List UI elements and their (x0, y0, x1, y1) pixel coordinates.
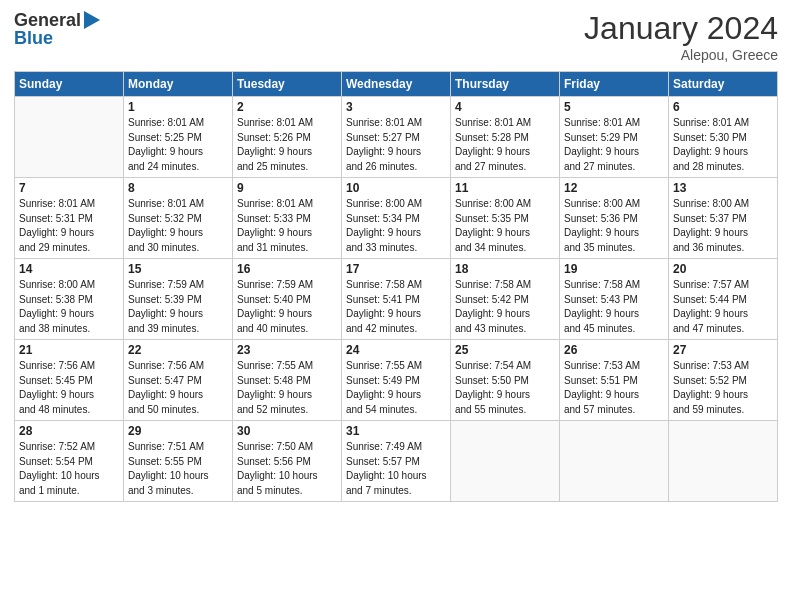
weekday-header: Thursday (451, 72, 560, 97)
day-number: 21 (19, 343, 119, 357)
calendar-cell: 15Sunrise: 7:59 AMSunset: 5:39 PMDayligh… (124, 259, 233, 340)
day-info: Sunrise: 7:55 AMSunset: 5:49 PMDaylight:… (346, 359, 446, 417)
calendar-cell: 30Sunrise: 7:50 AMSunset: 5:56 PMDayligh… (233, 421, 342, 502)
logo-blue: Blue (14, 28, 53, 49)
day-number: 11 (455, 181, 555, 195)
calendar-cell: 18Sunrise: 7:58 AMSunset: 5:42 PMDayligh… (451, 259, 560, 340)
day-info: Sunrise: 7:53 AMSunset: 5:52 PMDaylight:… (673, 359, 773, 417)
weekday-header: Friday (560, 72, 669, 97)
calendar-cell: 24Sunrise: 7:55 AMSunset: 5:49 PMDayligh… (342, 340, 451, 421)
calendar-cell: 11Sunrise: 8:00 AMSunset: 5:35 PMDayligh… (451, 178, 560, 259)
calendar-cell: 25Sunrise: 7:54 AMSunset: 5:50 PMDayligh… (451, 340, 560, 421)
day-info: Sunrise: 8:00 AMSunset: 5:38 PMDaylight:… (19, 278, 119, 336)
day-info: Sunrise: 7:58 AMSunset: 5:42 PMDaylight:… (455, 278, 555, 336)
calendar-cell: 22Sunrise: 7:56 AMSunset: 5:47 PMDayligh… (124, 340, 233, 421)
week-row: 28Sunrise: 7:52 AMSunset: 5:54 PMDayligh… (15, 421, 778, 502)
day-info: Sunrise: 7:59 AMSunset: 5:40 PMDaylight:… (237, 278, 337, 336)
day-number: 16 (237, 262, 337, 276)
day-info: Sunrise: 7:49 AMSunset: 5:57 PMDaylight:… (346, 440, 446, 498)
calendar-cell: 3Sunrise: 8:01 AMSunset: 5:27 PMDaylight… (342, 97, 451, 178)
calendar-cell: 4Sunrise: 8:01 AMSunset: 5:28 PMDaylight… (451, 97, 560, 178)
location: Alepou, Greece (584, 47, 778, 63)
day-info: Sunrise: 7:55 AMSunset: 5:48 PMDaylight:… (237, 359, 337, 417)
calendar-cell: 10Sunrise: 8:00 AMSunset: 5:34 PMDayligh… (342, 178, 451, 259)
day-number: 31 (346, 424, 446, 438)
day-number: 10 (346, 181, 446, 195)
week-row: 21Sunrise: 7:56 AMSunset: 5:45 PMDayligh… (15, 340, 778, 421)
week-row: 1Sunrise: 8:01 AMSunset: 5:25 PMDaylight… (15, 97, 778, 178)
calendar-cell: 29Sunrise: 7:51 AMSunset: 5:55 PMDayligh… (124, 421, 233, 502)
calendar-cell (669, 421, 778, 502)
calendar-cell (15, 97, 124, 178)
week-row: 7Sunrise: 8:01 AMSunset: 5:31 PMDaylight… (15, 178, 778, 259)
logo: General Blue (14, 10, 100, 49)
day-info: Sunrise: 8:01 AMSunset: 5:31 PMDaylight:… (19, 197, 119, 255)
weekday-header-row: SundayMondayTuesdayWednesdayThursdayFrid… (15, 72, 778, 97)
day-number: 14 (19, 262, 119, 276)
day-number: 23 (237, 343, 337, 357)
day-info: Sunrise: 7:54 AMSunset: 5:50 PMDaylight:… (455, 359, 555, 417)
day-number: 3 (346, 100, 446, 114)
calendar-cell: 23Sunrise: 7:55 AMSunset: 5:48 PMDayligh… (233, 340, 342, 421)
calendar-cell: 13Sunrise: 8:00 AMSunset: 5:37 PMDayligh… (669, 178, 778, 259)
day-info: Sunrise: 7:59 AMSunset: 5:39 PMDaylight:… (128, 278, 228, 336)
day-number: 20 (673, 262, 773, 276)
day-number: 8 (128, 181, 228, 195)
day-number: 26 (564, 343, 664, 357)
calendar-cell: 26Sunrise: 7:53 AMSunset: 5:51 PMDayligh… (560, 340, 669, 421)
weekday-header: Saturday (669, 72, 778, 97)
calendar-cell: 12Sunrise: 8:00 AMSunset: 5:36 PMDayligh… (560, 178, 669, 259)
calendar-cell: 14Sunrise: 8:00 AMSunset: 5:38 PMDayligh… (15, 259, 124, 340)
day-info: Sunrise: 7:58 AMSunset: 5:43 PMDaylight:… (564, 278, 664, 336)
weekday-header: Tuesday (233, 72, 342, 97)
calendar-cell (560, 421, 669, 502)
calendar-cell: 6Sunrise: 8:01 AMSunset: 5:30 PMDaylight… (669, 97, 778, 178)
day-info: Sunrise: 8:01 AMSunset: 5:29 PMDaylight:… (564, 116, 664, 174)
day-info: Sunrise: 8:01 AMSunset: 5:28 PMDaylight:… (455, 116, 555, 174)
calendar-cell: 5Sunrise: 8:01 AMSunset: 5:29 PMDaylight… (560, 97, 669, 178)
day-number: 22 (128, 343, 228, 357)
day-number: 9 (237, 181, 337, 195)
weekday-header: Wednesday (342, 72, 451, 97)
day-number: 30 (237, 424, 337, 438)
day-info: Sunrise: 7:52 AMSunset: 5:54 PMDaylight:… (19, 440, 119, 498)
logo-triangle-icon (84, 11, 100, 29)
header: General Blue January 2024 Alepou, Greece (14, 10, 778, 63)
day-number: 18 (455, 262, 555, 276)
day-number: 24 (346, 343, 446, 357)
calendar-cell: 17Sunrise: 7:58 AMSunset: 5:41 PMDayligh… (342, 259, 451, 340)
day-info: Sunrise: 8:00 AMSunset: 5:37 PMDaylight:… (673, 197, 773, 255)
day-number: 17 (346, 262, 446, 276)
day-info: Sunrise: 7:57 AMSunset: 5:44 PMDaylight:… (673, 278, 773, 336)
day-number: 27 (673, 343, 773, 357)
day-number: 1 (128, 100, 228, 114)
day-number: 2 (237, 100, 337, 114)
day-info: Sunrise: 7:50 AMSunset: 5:56 PMDaylight:… (237, 440, 337, 498)
day-info: Sunrise: 7:58 AMSunset: 5:41 PMDaylight:… (346, 278, 446, 336)
weekday-header: Monday (124, 72, 233, 97)
calendar-cell: 28Sunrise: 7:52 AMSunset: 5:54 PMDayligh… (15, 421, 124, 502)
day-number: 29 (128, 424, 228, 438)
day-info: Sunrise: 8:00 AMSunset: 5:34 PMDaylight:… (346, 197, 446, 255)
day-info: Sunrise: 8:00 AMSunset: 5:36 PMDaylight:… (564, 197, 664, 255)
day-number: 19 (564, 262, 664, 276)
week-row: 14Sunrise: 8:00 AMSunset: 5:38 PMDayligh… (15, 259, 778, 340)
day-info: Sunrise: 7:51 AMSunset: 5:55 PMDaylight:… (128, 440, 228, 498)
calendar-cell: 7Sunrise: 8:01 AMSunset: 5:31 PMDaylight… (15, 178, 124, 259)
calendar: SundayMondayTuesdayWednesdayThursdayFrid… (14, 71, 778, 502)
day-number: 15 (128, 262, 228, 276)
day-info: Sunrise: 7:56 AMSunset: 5:47 PMDaylight:… (128, 359, 228, 417)
day-number: 13 (673, 181, 773, 195)
day-number: 7 (19, 181, 119, 195)
calendar-cell: 2Sunrise: 8:01 AMSunset: 5:26 PMDaylight… (233, 97, 342, 178)
calendar-cell: 20Sunrise: 7:57 AMSunset: 5:44 PMDayligh… (669, 259, 778, 340)
day-number: 12 (564, 181, 664, 195)
calendar-cell: 27Sunrise: 7:53 AMSunset: 5:52 PMDayligh… (669, 340, 778, 421)
calendar-cell: 1Sunrise: 8:01 AMSunset: 5:25 PMDaylight… (124, 97, 233, 178)
day-info: Sunrise: 8:01 AMSunset: 5:33 PMDaylight:… (237, 197, 337, 255)
day-number: 6 (673, 100, 773, 114)
month-year: January 2024 (584, 10, 778, 47)
day-info: Sunrise: 8:01 AMSunset: 5:25 PMDaylight:… (128, 116, 228, 174)
page: General Blue January 2024 Alepou, Greece… (0, 0, 792, 612)
day-number: 25 (455, 343, 555, 357)
